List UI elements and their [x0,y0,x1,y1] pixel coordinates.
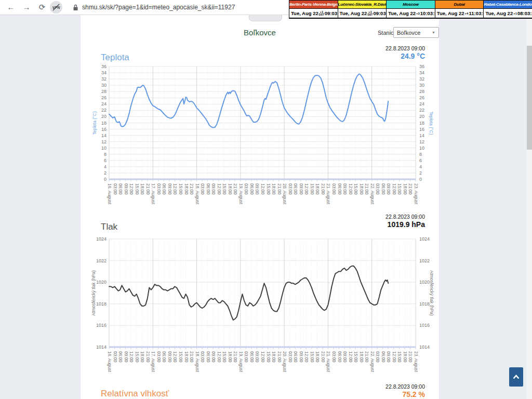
scroll-to-top-button[interactable] [509,367,523,387]
svg-text:18:00: 18:00 [315,351,320,363]
svg-text:03:00: 03:00 [156,351,162,363]
svg-text:18:00: 18:00 [271,351,276,363]
svg-text:15:00: 15:00 [266,351,271,363]
svg-text:15:00: 15:00 [353,183,358,195]
svg-text:18:00: 18:00 [315,183,320,195]
svg-text:8: 8 [419,152,422,157]
collapsed-panel-handle[interactable] [249,15,282,21]
reload-icon[interactable]: ⟳ [36,2,48,13]
svg-text:12:00: 12:00 [129,183,134,195]
svg-text:15:00: 15:00 [353,351,358,363]
svg-text:4: 4 [104,164,107,169]
svg-text:03:00: 03:00 [244,351,249,363]
svg-text:06:00: 06:00 [293,351,298,363]
svg-text:30: 30 [419,83,424,88]
temperature-chart: 0022446688101012121414161618182020222224… [78,63,442,212]
svg-text:12:00: 12:00 [217,183,222,195]
back-icon[interactable]: ← [5,2,17,13]
svg-text:22: 22 [101,108,107,113]
svg-text:06:00: 06:00 [162,351,167,363]
svg-text:21:00: 21:00 [189,183,194,195]
svg-text:09:00: 09:00 [299,183,304,195]
temperature-y-axis-label-right: Teplota (°C) [428,89,434,157]
url-field[interactable]: shmu.sk/sk/?page=1&id=meteo_apocasie_sk&… [82,4,235,11]
vpn-text: VPN [52,6,60,9]
svg-text:21:00: 21:00 [321,351,326,363]
clock-city-name: Dubai [435,1,484,8]
svg-text:12: 12 [419,139,424,144]
pressure-timestamp: 22.8.2023 09:00 [312,214,425,220]
svg-text:03:00: 03:00 [288,183,293,195]
svg-text:18:00: 18:00 [228,183,233,195]
svg-text:09:00: 09:00 [386,183,391,195]
svg-text:32: 32 [101,76,107,82]
clock-date: Tue, Aug 22 [291,10,318,16]
svg-text:22. August: 22. August [370,183,375,205]
svg-text:03:00: 03:00 [113,351,118,363]
svg-text:18:00: 18:00 [184,351,189,363]
vpn-extension-icon[interactable]: VPN [50,1,62,14]
clock-widget: Rabat-Casablanca-LondonTue, Aug 22+108:0… [484,1,532,18]
station-select-value: Boľkovce [397,30,420,36]
svg-text:15:00: 15:00 [310,351,315,363]
station-select[interactable]: Boľkovce ▼ [393,27,439,38]
clock-widget: Lučenec-Slovakia_R.DávidTue, Aug 22+1DST… [338,1,387,18]
svg-text:18:00: 18:00 [271,183,276,195]
svg-text:18. August: 18. August [195,351,200,373]
lock-icon[interactable] [73,4,78,13]
scrollbar-thumb[interactable] [527,46,532,150]
svg-text:15:00: 15:00 [135,351,140,363]
pressure-current-value: 1019.9 hPa [312,220,425,229]
humidity-timestamp: 22.8.2023 09:00 [312,383,425,390]
svg-text:18:00: 18:00 [403,351,408,363]
svg-text:19. August: 19. August [238,183,244,205]
svg-text:15:00: 15:00 [397,351,402,363]
svg-text:22: 22 [419,108,424,113]
svg-text:21. August: 21. August [326,183,331,205]
svg-text:15:00: 15:00 [222,351,227,363]
humidity-chart-title: Relatívna vlhkosť [101,389,169,399]
svg-text:12:00: 12:00 [392,183,397,195]
svg-text:18. August: 18. August [195,183,200,205]
svg-text:6: 6 [104,158,107,163]
svg-text:2: 2 [104,170,107,176]
clock-utc-offset: +1DST [367,10,373,16]
svg-text:09:00: 09:00 [255,351,260,363]
svg-text:03:00: 03:00 [375,183,380,195]
svg-text:12:00: 12:00 [348,183,353,195]
svg-text:03:00: 03:00 [375,351,380,363]
svg-text:4: 4 [419,164,422,169]
clock-city-name: Berlin-Paris-Vienna-Belgrade [289,1,338,8]
temperature-y-axis-label-left: Teplota (°C) [91,89,98,157]
svg-text:32: 32 [419,76,424,82]
svg-text:26: 26 [419,95,424,100]
svg-text:28: 28 [419,89,424,94]
svg-text:1018: 1018 [96,301,107,307]
svg-text:24: 24 [419,101,424,107]
svg-text:03:00: 03:00 [331,183,337,195]
svg-text:21:00: 21:00 [145,351,151,363]
svg-text:26: 26 [101,95,107,100]
clock-widget: MoscowTue, Aug 22+310:03:53 [387,1,435,18]
clock-city-name: Lučenec-Slovakia_R.Dávid [338,1,387,8]
svg-text:21:00: 21:00 [145,183,151,195]
svg-text:1024: 1024 [419,236,430,242]
svg-text:09:00: 09:00 [167,183,172,195]
forward-icon[interactable]: → [21,2,32,13]
world-clocks-strip: Berlin-Paris-Vienna-BelgradeTue, Aug 22+… [289,0,532,19]
humidity-header: 22.8.2023 09:00 75.2 % [312,383,425,398]
clock-time-row: Tue, Aug 22+411:03:53 [435,8,484,18]
svg-text:18:00: 18:00 [140,183,145,195]
svg-text:2: 2 [419,170,422,176]
svg-text:06:00: 06:00 [381,183,386,195]
svg-text:18: 18 [419,121,424,126]
svg-text:06:00: 06:00 [118,351,123,363]
svg-text:09:00: 09:00 [342,183,348,195]
svg-text:15:00: 15:00 [135,183,140,195]
svg-text:20. August: 20. August [282,183,287,205]
svg-text:12:00: 12:00 [304,351,309,363]
scrollbar[interactable]: ▲ [527,15,532,399]
clock-date: Tue, Aug 22 [388,10,416,16]
svg-text:12:00: 12:00 [260,351,265,363]
svg-text:15:00: 15:00 [222,183,227,195]
